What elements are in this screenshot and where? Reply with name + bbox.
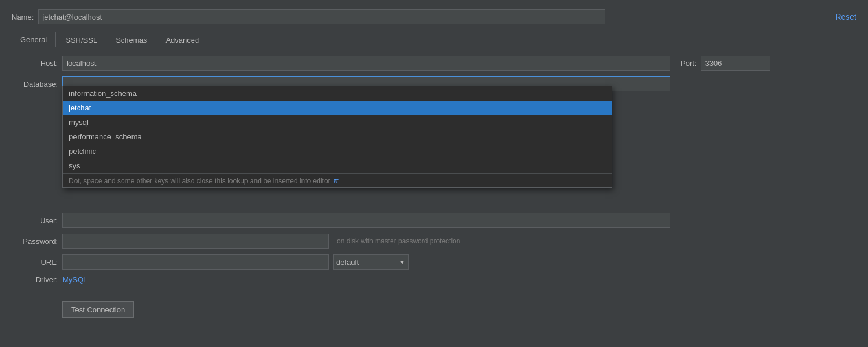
password-label: Password: xyxy=(12,237,58,246)
dropdown-item-jetchat[interactable]: jetchat xyxy=(63,101,612,115)
test-connection-button[interactable]: Test Connection xyxy=(62,301,134,318)
url-select[interactable]: default xyxy=(333,254,409,270)
page-container: Name: Reset General SSH/SSL Schemas Adva… xyxy=(0,0,868,347)
host-label: Host: xyxy=(12,59,58,68)
port-input[interactable] xyxy=(701,56,770,71)
dropdown-item-information-schema[interactable]: information_schema xyxy=(63,86,612,101)
name-row: Name: Reset xyxy=(12,9,856,24)
tab-schemas[interactable]: Schemas xyxy=(107,32,156,47)
form-rows-lower: User: Password: on disk with master pass… xyxy=(12,213,856,284)
user-input[interactable] xyxy=(62,213,670,228)
tab-ssh-ssl[interactable]: SSH/SSL xyxy=(57,32,106,47)
url-select-wrapper: default xyxy=(333,254,409,270)
dropdown-footer-text: Dot, space and some other keys will also… xyxy=(69,177,330,185)
url-row: URL: default xyxy=(12,254,856,270)
dropdown-item-mysql[interactable]: mysql xyxy=(63,115,612,130)
host-input[interactable] xyxy=(62,56,670,71)
host-row: Host: Port: xyxy=(12,56,856,71)
port-label: Port: xyxy=(681,59,696,68)
dropdown-item-performance-schema[interactable]: performance_schema xyxy=(63,130,612,144)
dropdown-item-sys[interactable]: sys xyxy=(63,158,612,173)
password-input[interactable] xyxy=(62,234,329,249)
dropdown-footer: Dot, space and some other keys will also… xyxy=(63,173,612,187)
user-label: User: xyxy=(12,216,58,225)
driver-row: Driver: MySQL xyxy=(12,275,856,284)
dropdown-item-petclinic[interactable]: petclinic xyxy=(63,144,612,158)
database-dropdown: information_schema jetchat mysql perform… xyxy=(62,86,612,188)
password-row: Password: on disk with master password p… xyxy=(12,234,856,249)
name-label: Name: xyxy=(12,13,34,21)
test-connection-row: Test Connection xyxy=(62,301,134,318)
name-input[interactable] xyxy=(38,9,605,24)
url-label: URL: xyxy=(12,258,58,267)
tab-advanced[interactable]: Advanced xyxy=(157,32,208,47)
driver-label: Driver: xyxy=(12,275,58,284)
password-note: on disk with master password protection xyxy=(337,237,460,245)
pi-symbol: π xyxy=(334,177,339,185)
driver-link[interactable]: MySQL xyxy=(62,275,87,284)
tab-general[interactable]: General xyxy=(12,32,56,47)
database-label: Database: xyxy=(12,80,58,88)
user-row: User: xyxy=(12,213,856,228)
tabs-row: General SSH/SSL Schemas Advanced xyxy=(12,31,856,47)
reset-button[interactable]: Reset xyxy=(835,12,856,21)
form-area: Host: Port: Database: information_schema… xyxy=(12,56,856,284)
url-input[interactable] xyxy=(62,254,329,270)
